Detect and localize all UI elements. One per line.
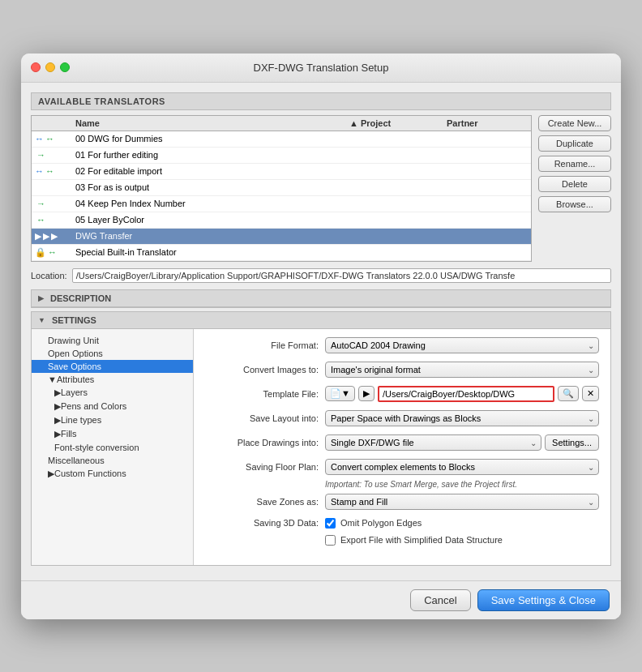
export-simplified-row: Export File with Simplified Data Structu… (325, 535, 503, 546)
export-simplified-checkbox[interactable] (325, 535, 336, 546)
arrow-right-icon: ↔ (45, 166, 54, 176)
row-name: 05 Layer ByColor (75, 215, 349, 225)
col-project-header: ▲ Project (349, 118, 447, 128)
row-name: 03 For as is output (75, 182, 349, 192)
row-name: Special Built-in Translator (75, 247, 349, 257)
save-zones-control: Stamp and Fill ⌄ (325, 494, 599, 510)
translators-area: Name ▲ Project Partner ↔↔ 00 DWG for Dum… (31, 115, 611, 262)
description-header[interactable]: ▶ DESCRIPTION (32, 290, 610, 307)
table-row[interactable]: 03 For as is output (32, 180, 531, 196)
template-file-open-button[interactable]: 📄▼ (325, 386, 355, 401)
col-partner-header: Partner (447, 118, 528, 128)
settings-title: SETTINGS (52, 315, 96, 325)
save-layout-select[interactable]: Paper Space with Drawings as Blocks (325, 410, 599, 426)
minimize-button[interactable] (45, 62, 55, 72)
table-row[interactable]: ↔ 05 Layer ByColor (32, 212, 531, 229)
footer: Cancel Save Settings & Close (21, 580, 621, 619)
save-zones-label: Save Zones as: (205, 497, 319, 507)
maximize-button[interactable] (60, 62, 70, 72)
arrow-right-icon: ↔ (36, 215, 45, 225)
template-file-label: Template File: (205, 389, 319, 399)
table-row[interactable]: → 01 For further editing (32, 148, 531, 164)
description-triangle: ▶ (38, 294, 44, 302)
table-row[interactable]: → 04 Keep Pen Index Number (32, 196, 531, 212)
place-drawings-settings-button[interactable]: Settings... (545, 434, 599, 451)
save-settings-close-button[interactable]: Save Settings & Close (477, 589, 610, 611)
window-content: AVAILABLE TRANSLATORS Name ▲ Project Par… (21, 83, 621, 580)
settings-body: Drawing Unit Open Options Save Options ▼… (32, 329, 610, 565)
file-format-row: File Format: AutoCAD 2004 Drawing ⌄ (205, 337, 599, 353)
template-file-control: 📄▼ ▶ /Users/CraigBoyer/Desktop/DWG 🔍 ✕ (325, 386, 599, 402)
nav-item-open-options[interactable]: Open Options (32, 347, 193, 360)
file-format-select[interactable]: AutoCAD 2004 Drawing (325, 337, 599, 353)
nav-item-save-options[interactable]: Save Options (32, 360, 193, 373)
convert-images-row: Convert Images to: Image's original form… (205, 362, 599, 378)
description-title: DESCRIPTION (50, 293, 111, 303)
nav-item-drawing-unit[interactable]: Drawing Unit (32, 334, 193, 347)
row-name: 00 DWG for Dummies (75, 134, 349, 143)
arrow-left-icon: ↔ (35, 134, 44, 143)
save-layout-label: Save Layout into: (205, 413, 319, 423)
close-button[interactable] (31, 62, 41, 72)
arrow-right-icon: → (36, 150, 45, 160)
saving-floor-plan-row: Saving Floor Plan: Convert complex eleme… (205, 459, 599, 475)
save-zones-row: Save Zones as: Stamp and Fill ⌄ (205, 494, 599, 510)
template-file-clear-button[interactable]: ✕ (582, 386, 599, 401)
lock-icon: 🔒 (35, 247, 46, 258)
nav-item-font-style[interactable]: Font-style conversion (32, 441, 193, 454)
arrow-right-icon: → (36, 199, 45, 208)
save-zones-select[interactable]: Stamp and Fill (325, 494, 599, 510)
browse-button[interactable]: Browse... (538, 196, 611, 212)
file-format-select-wrapper: AutoCAD 2004 Drawing ⌄ (325, 337, 599, 353)
nav-item-custom-functions[interactable]: ▶Custom Functions (32, 467, 193, 481)
settings-header[interactable]: ▼ SETTINGS (32, 312, 610, 329)
row-name: DWG Transfer (75, 231, 349, 241)
save-zones-select-wrapper: Stamp and Fill ⌄ (325, 494, 599, 510)
save-layout-select-wrapper: Paper Space with Drawings as Blocks ⌄ (325, 410, 599, 426)
table-row[interactable]: 🔒↔ Special Built-in Translator (32, 245, 531, 261)
omit-polygon-row: Omit Polygon Edges (325, 518, 422, 529)
translators-section-header: AVAILABLE TRANSLATORS (31, 92, 611, 110)
saving-3d-control: Omit Polygon Edges Export File with Simp… (325, 518, 599, 549)
table-row[interactable]: ↔↔ 00 DWG for Dummies (32, 131, 531, 148)
titlebar: DXF-DWG Translation Setup (21, 54, 621, 83)
settings-section: ▼ SETTINGS Drawing Unit Open Options Sav… (31, 311, 611, 566)
place-drawings-select[interactable]: Single DXF/DWG file (325, 434, 541, 451)
nav-item-pens-colors[interactable]: ▶Pens and Colors (32, 400, 193, 413)
cancel-button[interactable]: Cancel (410, 589, 470, 611)
expand-icon3: ▶ (51, 231, 58, 242)
save-layout-row: Save Layout into: Paper Space with Drawi… (205, 410, 599, 426)
nav-item-fills[interactable]: ▶Fills (32, 427, 193, 441)
table-row-selected[interactable]: ▶ ▶ ▶ DWG Transfer (32, 229, 531, 245)
col-name-header: Name (75, 118, 349, 128)
template-file-search-button[interactable]: 🔍 (558, 386, 579, 401)
saving-floor-plan-label: Saving Floor Plan: (205, 462, 319, 472)
rename-button[interactable]: Rename... (538, 156, 611, 172)
table-header: Name ▲ Project Partner (32, 116, 531, 131)
convert-images-select[interactable]: Image's original format (325, 362, 599, 378)
saving-floor-plan-select[interactable]: Convert complex elements to Blocks (325, 459, 599, 475)
template-file-path: /Users/CraigBoyer/Desktop/DWG (378, 386, 554, 402)
delete-button[interactable]: Delete (538, 176, 611, 192)
expand-icon: ▶ (35, 231, 41, 242)
window-title: DXF-DWG Translation Setup (254, 62, 389, 74)
arrow-right-icon: ↔ (45, 134, 54, 143)
table-row[interactable]: ↔↔ 02 For editable import (32, 164, 531, 180)
nav-item-miscellaneous[interactable]: Miscellaneous (32, 454, 193, 467)
omit-polygon-checkbox[interactable] (325, 518, 336, 529)
nav-item-line-types[interactable]: ▶Line types (32, 413, 193, 427)
convert-images-control: Image's original format ⌄ (325, 362, 599, 378)
traffic-lights (31, 62, 70, 72)
saving-3d-label: Saving 3D Data: (205, 518, 319, 528)
file-format-label: File Format: (205, 340, 319, 350)
duplicate-button[interactable]: Duplicate (538, 135, 611, 152)
template-file-arrow-button[interactable]: ▶ (358, 386, 374, 401)
template-file-row: Template File: 📄▼ ▶ /Users/CraigBoyer/De… (205, 386, 599, 402)
smart-merge-info: Important: To use Smart Merge, save the … (325, 480, 599, 489)
convert-images-select-wrapper: Image's original format ⌄ (325, 362, 599, 378)
nav-item-attributes[interactable]: ▼Attributes (32, 373, 193, 386)
nav-item-layers[interactable]: ▶Layers (32, 386, 193, 400)
expand-icon2: ▶ (43, 231, 49, 242)
create-new-button[interactable]: Create New... (538, 115, 611, 131)
place-drawings-label: Place Drawings into: (205, 438, 319, 447)
